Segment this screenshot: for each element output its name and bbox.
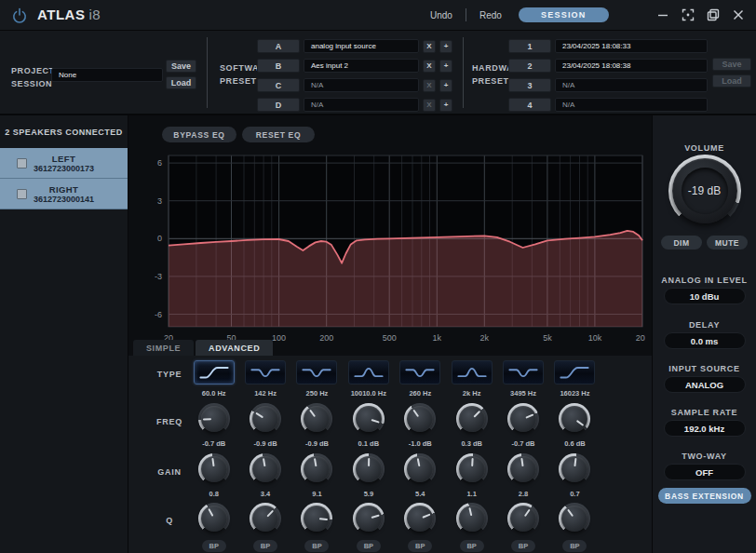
- band-bypass-button[interactable]: BP: [253, 540, 277, 552]
- band-q-knob[interactable]: [507, 503, 539, 534]
- speaker-checkbox[interactable]: [17, 189, 27, 199]
- hardware-preset-slot-button[interactable]: 3: [508, 78, 551, 92]
- hardware-load-button[interactable]: Load: [712, 74, 751, 88]
- band-bypass-button[interactable]: BP: [202, 540, 226, 552]
- mute-button[interactable]: MUTE: [707, 236, 748, 250]
- power-button[interactable]: [11, 7, 28, 24]
- filter-type-notch-icon[interactable]: [399, 360, 440, 384]
- reset-eq-button[interactable]: RESET EQ: [242, 127, 315, 142]
- bass-extension-button[interactable]: BASS EXTENSION: [658, 488, 751, 504]
- hardware-save-button[interactable]: Save: [712, 58, 751, 71]
- band-freq-knob[interactable]: [456, 403, 488, 435]
- two-way-field[interactable]: OFF: [664, 464, 746, 480]
- project-save-button[interactable]: Save: [166, 60, 196, 73]
- band-q-knob[interactable]: [301, 503, 332, 534]
- minimize-button[interactable]: [655, 7, 671, 23]
- filter-type-shelf-icon[interactable]: [554, 360, 595, 384]
- software-preset-clear-button[interactable]: X: [423, 60, 436, 73]
- band-q-knob[interactable]: [404, 503, 436, 534]
- restore-button[interactable]: [705, 7, 722, 23]
- band-bypass-button[interactable]: BP: [460, 540, 484, 552]
- band-freq-knob[interactable]: [559, 403, 590, 435]
- software-preset-add-button[interactable]: +: [439, 60, 452, 73]
- band-gain-knob[interactable]: [198, 453, 230, 485]
- filter-type-notch-icon[interactable]: [503, 360, 544, 384]
- band-bypass-button[interactable]: BP: [562, 540, 587, 552]
- band-gain-knob[interactable]: [507, 453, 539, 485]
- band-freq-knob[interactable]: [404, 403, 436, 435]
- band-q-knob[interactable]: [250, 503, 281, 534]
- volume-knob[interactable]: -19 dB: [668, 155, 741, 227]
- band-freq-knob[interactable]: [301, 403, 332, 435]
- hardware-preset-value-field[interactable]: N/A: [555, 98, 708, 112]
- band-q-knob[interactable]: [456, 503, 488, 534]
- filter-type-notch-icon[interactable]: [296, 360, 337, 384]
- band-bypass-button[interactable]: BP: [304, 540, 329, 552]
- band-bypass-button[interactable]: BP: [357, 540, 381, 552]
- software-preset-name-field[interactable]: N/A: [304, 98, 419, 112]
- project-session-field[interactable]: None: [51, 68, 163, 82]
- eq-mode-tabs: SIMPLE ADVANCED: [133, 340, 273, 356]
- band-gain-knob[interactable]: [301, 453, 332, 485]
- x-tick-label: 1k: [433, 333, 442, 343]
- band-q-knob[interactable]: [198, 503, 230, 534]
- volume-value: -19 dB: [688, 184, 721, 197]
- speaker-checkbox[interactable]: [17, 158, 27, 169]
- band-freq-knob[interactable]: [250, 403, 281, 435]
- analog-in-level-field[interactable]: 10 dBu: [664, 288, 746, 304]
- sample-rate-field[interactable]: 192.0 kHz: [664, 420, 746, 437]
- band-gain-knob[interactable]: [250, 453, 281, 485]
- project-load-button[interactable]: Load: [166, 76, 196, 89]
- filter-type-shelf-icon[interactable]: [194, 360, 235, 384]
- hardware-preset-slot-button[interactable]: 2: [508, 59, 551, 73]
- software-preset-clear-button[interactable]: X: [423, 79, 436, 92]
- software-preset-name-field[interactable]: analog input source: [304, 39, 419, 53]
- band-gain-knob[interactable]: [353, 453, 385, 485]
- bypass-eq-button[interactable]: BYPASS EQ: [162, 127, 236, 142]
- tab-advanced[interactable]: ADVANCED: [196, 340, 273, 356]
- band-gain-knob[interactable]: [404, 453, 436, 485]
- filter-type-notch-icon[interactable]: [245, 360, 286, 384]
- hardware-preset-value-field[interactable]: N/A: [555, 78, 708, 92]
- software-preset-slot-button[interactable]: D: [257, 98, 300, 112]
- hardware-preset-value-field[interactable]: 23/04/2025 18:08:38: [555, 59, 708, 73]
- redo-button[interactable]: Redo: [479, 10, 502, 20]
- speaker-item-left[interactable]: LEFT 3612723000173: [0, 148, 128, 179]
- delay-field[interactable]: 0.0 ms: [664, 332, 746, 349]
- band-freq-knob[interactable]: [198, 403, 230, 435]
- hardware-preset-slot-button[interactable]: 4: [508, 98, 551, 112]
- software-preset-slot-button[interactable]: A: [257, 39, 300, 53]
- band-freq-knob[interactable]: [353, 403, 385, 435]
- band-gain-knob[interactable]: [456, 453, 488, 485]
- software-preset-slot-button[interactable]: C: [257, 78, 300, 92]
- speaker-item-right[interactable]: RIGHT 3612723000141: [0, 179, 128, 209]
- session-button[interactable]: SESSION: [519, 7, 609, 22]
- software-preset-slot-button[interactable]: B: [257, 59, 300, 73]
- software-preset-clear-button[interactable]: X: [423, 99, 436, 112]
- hardware-preset-value-field[interactable]: 23/04/2025 18:08:33: [555, 39, 708, 53]
- screenshot-button[interactable]: [680, 7, 696, 23]
- software-preset-add-button[interactable]: +: [439, 40, 452, 53]
- software-preset-name-field[interactable]: Aes input 2: [304, 59, 419, 73]
- close-button[interactable]: [730, 7, 747, 23]
- filter-type-bell-icon[interactable]: [348, 360, 389, 384]
- knob-body: [510, 406, 536, 432]
- input-source-field[interactable]: ANALOG: [664, 376, 746, 393]
- software-preset-add-button[interactable]: +: [439, 99, 452, 112]
- band-q-knob[interactable]: [559, 503, 590, 534]
- hardware-preset-slot-button[interactable]: 1: [508, 39, 551, 53]
- band-freq-knob[interactable]: [507, 403, 539, 435]
- band-gain-knob[interactable]: [559, 453, 590, 485]
- band-bypass-button[interactable]: BP: [408, 540, 432, 552]
- band-q-knob[interactable]: [353, 503, 385, 534]
- dim-button[interactable]: DIM: [661, 236, 702, 250]
- knob-body: [459, 506, 485, 532]
- software-preset-name-field[interactable]: N/A: [304, 78, 419, 92]
- software-preset-add-button[interactable]: +: [439, 79, 452, 92]
- undo-button[interactable]: Undo: [430, 10, 452, 20]
- tab-simple[interactable]: SIMPLE: [133, 340, 194, 356]
- band-bypass-button[interactable]: BP: [511, 540, 535, 552]
- x-tick-label: 2k: [480, 333, 490, 343]
- filter-type-bell-icon[interactable]: [452, 360, 493, 384]
- software-preset-clear-button[interactable]: X: [423, 40, 436, 53]
